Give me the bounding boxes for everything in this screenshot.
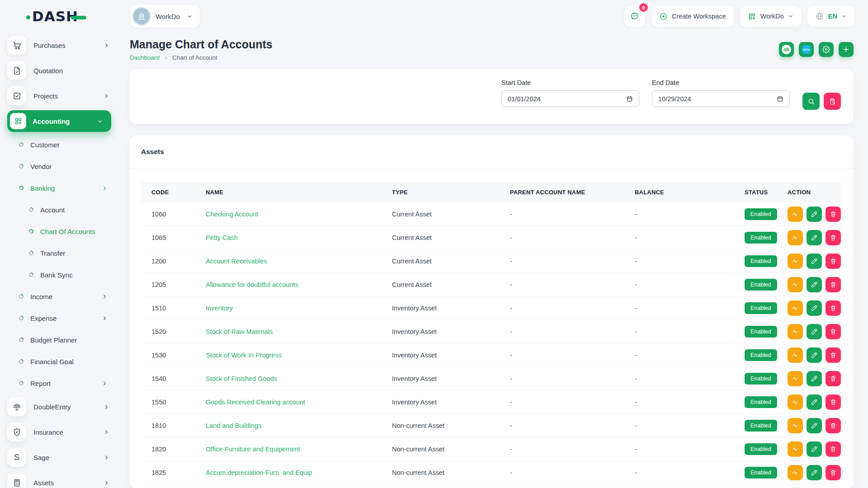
account-type: Non-current Asset [392, 469, 510, 476]
edit-action-button[interactable] [807, 206, 822, 222]
account-name-link[interactable]: Accum.depreciation-Furn. and Equip [206, 469, 392, 476]
activity-action-button[interactable] [788, 253, 803, 269]
account-name-link[interactable]: Stock of Finished Goods [206, 375, 392, 382]
edit-action-button[interactable] [807, 441, 822, 457]
edit-action-button[interactable] [807, 465, 822, 480]
activity-action-button[interactable] [788, 230, 803, 245]
start-date-input[interactable]: 01/01/2024 [501, 90, 639, 107]
activity-action-button[interactable] [788, 300, 803, 316]
sidebar-item-account[interactable]: Account [0, 199, 119, 221]
account-name-link[interactable]: Account Receivables [206, 258, 392, 265]
sidebar-item-doubleentry[interactable]: DoubleEntry [0, 394, 119, 419]
sidebar-item-bank-sync[interactable]: Bank Sync [0, 264, 119, 286]
sidebar-item-customer[interactable]: Customer [0, 134, 119, 155]
activity-action-button[interactable] [788, 465, 803, 480]
sidebar-item-income[interactable]: Income [0, 286, 119, 307]
chevron-right-icon [104, 404, 109, 410]
delete-action-button[interactable] [826, 230, 841, 245]
language-selector[interactable]: EN [807, 6, 854, 27]
chevron-right-icon [102, 294, 108, 300]
account-name-link[interactable]: Stock of Raw Materials [206, 328, 392, 335]
edit-action-button[interactable] [807, 394, 822, 410]
sidebar-item-financial-goal[interactable]: Financial Goal [0, 351, 119, 372]
table-row: 1060Checking AccountCurrent Asset--Enabl… [141, 202, 842, 226]
edit-action-button[interactable] [807, 324, 822, 339]
sidebar-item-projects[interactable]: Projects [0, 83, 119, 108]
sidebar-item-vendor[interactable]: Vendor [0, 155, 119, 177]
delete-action-button[interactable] [826, 324, 841, 339]
sidebar-item-label: Vendor [30, 163, 52, 170]
workdo-menu-button[interactable]: WorkDo [740, 6, 801, 27]
activity-action-button[interactable] [788, 441, 803, 457]
activity-action-button[interactable] [788, 277, 803, 292]
sidebar-item-accounting[interactable]: Accounting [7, 110, 111, 132]
delete-action-button[interactable] [826, 394, 841, 410]
edit-action-button[interactable] [807, 230, 822, 245]
account-name-link[interactable]: Goods Received Clearing account [206, 399, 392, 406]
sidebar-item-transfer[interactable]: Transfer [0, 242, 119, 264]
workspace-selector[interactable]: WorkDo [130, 5, 200, 28]
edit-action-button[interactable] [807, 371, 822, 386]
account-name-link[interactable]: Land and Buildings [206, 422, 392, 429]
delete-action-button[interactable] [826, 277, 841, 292]
delete-action-button[interactable] [826, 253, 841, 269]
sidebar-item-purchases[interactable]: Purchases [0, 33, 119, 58]
activity-action-button[interactable] [788, 324, 803, 339]
account-name-link[interactable]: Petty Cash [206, 234, 392, 241]
account-name-link[interactable]: Allowance for doubtful accounts [206, 281, 392, 288]
table-row: 1810Land and BuildingsNon-current Asset-… [141, 414, 842, 437]
sidebar-item-budget-planner[interactable]: Budget Planner [0, 329, 119, 351]
delete-action-button[interactable] [826, 347, 841, 363]
end-date-input[interactable]: 10/29/2024 [652, 90, 790, 107]
edit-action-button[interactable] [807, 347, 822, 363]
xero-button[interactable]: xero [799, 42, 814, 57]
breadcrumb: Dashboard Chart of Account [130, 54, 273, 61]
gear-icon [822, 46, 830, 53]
account-name-link[interactable]: Checking Account [206, 211, 392, 218]
account-name-link[interactable]: Office Furniture and Equipement [206, 446, 392, 453]
sidebar-item-expense[interactable]: Expense [0, 307, 119, 329]
activity-action-button[interactable] [788, 418, 803, 433]
pencil-icon [811, 305, 818, 312]
delete-action-button[interactable] [826, 441, 841, 457]
settings-button[interactable] [819, 42, 834, 57]
sidebar-item-insurance[interactable]: Insurance [0, 419, 119, 445]
sidebar-item-quotation[interactable]: Quotation [0, 58, 119, 83]
trash-icon [830, 234, 837, 241]
parent-account-name: - [510, 446, 635, 453]
calendar-icon[interactable] [626, 95, 633, 102]
reset-filter-button[interactable] [824, 93, 841, 110]
delete-action-button[interactable] [826, 465, 841, 480]
pencil-icon [811, 281, 818, 288]
edit-action-button[interactable] [807, 277, 822, 292]
sidebar-item-chart-of-accounts[interactable]: Chart Of Accounts [0, 221, 119, 242]
delete-action-button[interactable] [826, 206, 841, 222]
activity-action-button[interactable] [788, 371, 803, 386]
sidebar-item-banking[interactable]: Banking [0, 177, 119, 199]
delete-action-button[interactable] [826, 418, 841, 433]
account-name-link[interactable]: Inventory [206, 305, 392, 312]
messages-button[interactable]: 0 [624, 6, 645, 27]
edit-action-button[interactable] [807, 253, 822, 269]
edit-action-button[interactable] [807, 418, 822, 433]
delete-action-button[interactable] [826, 371, 841, 386]
quickbooks-button[interactable]: qb [779, 42, 794, 57]
table-row: 1205Allowance for doubtful accountsCurre… [141, 273, 842, 296]
account-balance: - [635, 352, 745, 359]
account-name-link[interactable]: Stock of Work In Progress [206, 352, 392, 359]
calendar-icon[interactable] [777, 95, 783, 102]
add-account-button[interactable] [839, 42, 854, 57]
activity-action-button[interactable] [788, 394, 803, 410]
search-button[interactable] [802, 93, 820, 110]
edit-action-button[interactable] [807, 300, 822, 316]
breadcrumb-dashboard-link[interactable]: Dashboard [130, 54, 160, 61]
create-workspace-button[interactable]: Create Workspace [651, 6, 734, 27]
sidebar-item-assets[interactable]: Assets [0, 470, 119, 488]
dash-logo[interactable]: DASH [26, 8, 86, 24]
delete-action-button[interactable] [826, 300, 841, 316]
sidebar-item-report[interactable]: Report [0, 372, 119, 394]
trash-icon [830, 305, 837, 312]
activity-action-button[interactable] [788, 206, 803, 222]
activity-action-button[interactable] [788, 347, 803, 363]
sidebar-item-sage[interactable]: SSage [0, 445, 119, 470]
